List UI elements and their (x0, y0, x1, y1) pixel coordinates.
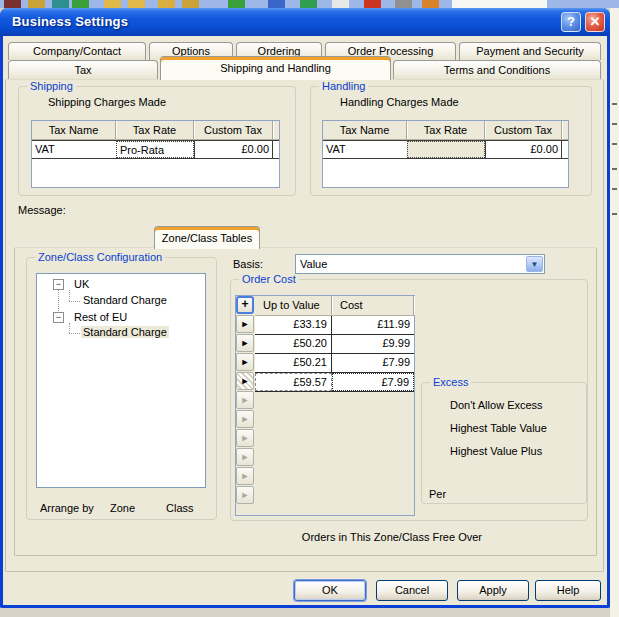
tree-node-rest-of-eu-standard-charge[interactable]: Standard Charge (81, 326, 169, 338)
tab-terms-and-conditions[interactable]: Terms and Conditions (393, 60, 601, 79)
toolbar-icon-fragment (128, 0, 145, 8)
ok-button[interactable]: OK (294, 580, 366, 601)
minus-glyph: − (56, 279, 61, 289)
question-icon: ? (567, 14, 575, 29)
table-row-selected: £59.57 £7.99 (255, 373, 414, 392)
cost-cell[interactable]: £7.99 (332, 373, 414, 391)
basis-value: Value (300, 256, 327, 272)
collapse-icon[interactable]: − (53, 279, 64, 290)
background-toolbar (0, 0, 619, 8)
up-to-value-cell[interactable]: £50.21 (255, 354, 332, 372)
row-arrow-icon: ► (241, 471, 250, 481)
toolbar-icon-fragment (300, 0, 317, 8)
tab-zone-class-tables[interactable]: Zone/Class Tables (154, 226, 260, 249)
dropdown-button[interactable]: ▼ (526, 256, 543, 272)
basis-dropdown[interactable]: Value ▼ (295, 254, 545, 274)
cancel-button[interactable]: Cancel (376, 580, 448, 601)
toolbar-icon-fragment (422, 0, 439, 8)
row-arrow-button[interactable]: ► (236, 334, 254, 352)
up-to-value-cell[interactable]: £59.57 (255, 373, 332, 391)
column-header-custom-tax: Custom Tax (485, 121, 562, 139)
highest-value-plus-label: Highest Value Plus (450, 445, 542, 457)
row-arrow-button[interactable]: ► (236, 353, 254, 371)
row-arrow-button: ► (236, 467, 254, 485)
row-arrow-button: ► (236, 410, 254, 428)
toolbar-icon-fragment (332, 0, 349, 8)
tree-node-uk[interactable]: UK (74, 278, 89, 290)
per-label: Per (429, 488, 446, 500)
toolbar-icon-fragment (104, 0, 121, 8)
toolbar-icon-fragment (72, 0, 89, 8)
help-titlebar-button[interactable]: ? (561, 12, 581, 32)
tax-name-cell[interactable]: VAT (32, 141, 116, 158)
tree-node-uk-standard-charge[interactable]: Standard Charge (83, 294, 167, 306)
grid-row-selector-buttons: + ►►►►►►►►►► (236, 296, 255, 515)
tab-shipping-and-handling[interactable]: Shipping and Handling (160, 56, 391, 80)
background-text-fragment (612, 188, 617, 190)
chevron-down-icon: ▼ (527, 257, 542, 272)
apply-button[interactable]: Apply (457, 580, 529, 601)
table-row: £50.20 £9.99 (255, 335, 414, 354)
row-arrow-button: ► (236, 391, 254, 409)
shipping-tax-table: Tax Name Tax Rate Custom Tax VAT Pro-Rat… (31, 120, 280, 188)
tax-rate-cell[interactable] (407, 141, 485, 158)
row-arrow-button: ► (236, 486, 254, 504)
cost-cell[interactable]: £11.99 (332, 316, 414, 334)
toolbar-icon-fragment (364, 0, 381, 8)
tab-payment-and-security[interactable]: Payment and Security (459, 42, 601, 60)
help-button[interactable]: Help (535, 580, 601, 601)
plus-icon: + (241, 297, 248, 311)
background-text-fragment (612, 143, 617, 145)
custom-tax-cell[interactable]: £0.00 (485, 141, 562, 158)
handling-tax-table: Tax Name Tax Rate Custom Tax VAT £0.00 (322, 120, 569, 188)
row-arrow-button[interactable]: ► (236, 372, 254, 390)
toolbar-gap (452, 0, 547, 8)
tab-company-contact[interactable]: Company/Contact (8, 42, 146, 60)
shipping-charges-made-label: Shipping Charges Made (48, 96, 166, 108)
column-header-tax-name: Tax Name (32, 121, 116, 139)
row-arrow-button[interactable]: ► (236, 315, 254, 333)
up-to-value-cell[interactable]: £50.20 (255, 335, 332, 353)
custom-tax-cell[interactable]: £0.00 (194, 141, 273, 158)
up-to-value-cell[interactable]: £33.19 (255, 316, 332, 334)
arrange-by-label: Arrange by (40, 502, 94, 514)
close-button[interactable]: ✕ (585, 12, 605, 32)
minus-glyph: − (56, 312, 61, 322)
dont-allow-excess-label: Don't Allow Excess (450, 399, 543, 411)
column-header-cost: Cost (332, 296, 414, 315)
tax-name-cell[interactable]: VAT (323, 141, 407, 158)
arrange-by-zone-label: Zone (110, 502, 135, 514)
row-arrow-icon: ► (241, 414, 250, 424)
row-arrow-icon: ► (241, 433, 250, 443)
tree-node-rest-of-eu[interactable]: Rest of EU (74, 311, 127, 323)
toolbar-icon-fragment (4, 0, 21, 8)
background-window-edge (610, 8, 619, 617)
tree-connector (69, 301, 80, 302)
free-over-label: Orders in This Zone/Class Free Over (243, 531, 482, 543)
toolbar-icon-fragment (268, 0, 285, 8)
tree-connector (69, 323, 70, 333)
tab-tax[interactable]: Tax (8, 60, 158, 79)
table-row: £33.19 £11.99 (255, 316, 414, 335)
tax-rate-cell[interactable]: Pro-Rata (116, 141, 194, 158)
row-arrow-icon: ► (241, 395, 250, 405)
row-arrow-button: ► (236, 429, 254, 447)
cost-cell[interactable]: £7.99 (332, 354, 414, 372)
background-text-fragment (612, 123, 617, 125)
titlebar[interactable]: Business Settings ? ✕ (0, 8, 610, 36)
business-settings-dialog: Business Settings ? ✕ Company/Contact Op… (0, 8, 610, 608)
collapse-icon[interactable]: − (53, 312, 64, 323)
column-header-custom-tax: Custom Tax (194, 121, 273, 139)
arrange-by-class-label: Class (166, 502, 194, 514)
shipping-groupbox-legend: Shipping (27, 80, 76, 92)
order-cost-grid: + ►►►►►►►►►► Up to Value Cost £33.19 £11… (235, 295, 415, 516)
toolbar-icon-fragment (228, 0, 245, 8)
row-arrow-icon: ► (241, 319, 250, 329)
cost-cell[interactable]: £9.99 (332, 335, 414, 353)
row-arrow-icon: ► (241, 376, 250, 386)
add-row-button[interactable]: + (236, 296, 254, 314)
toolbar-icon-fragment (158, 0, 175, 8)
row-arrow-icon: ► (241, 338, 250, 348)
column-header-tax-rate: Tax Rate (116, 121, 194, 139)
close-icon: ✕ (590, 14, 601, 29)
